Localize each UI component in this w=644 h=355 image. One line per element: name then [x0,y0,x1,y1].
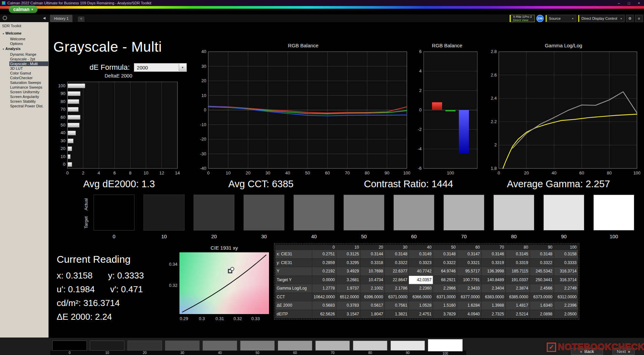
pattern-label: 70 [315,351,350,355]
cie-x-axis: 0.290.30.310.320.33 [179,316,269,321]
pattern-button-30[interactable] [165,341,200,351]
cell: 10.7698 [361,267,385,276]
sidebar-item-screen-uniformity[interactable]: Screen Uniformity [9,90,48,94]
cell: 10642.0000 [312,293,336,301]
sidebar-item-screen-angularity[interactable]: Screen Angularity [9,94,48,99]
svg-text:70: 70 [345,170,350,175]
cie-chart-title: CIE 1931 xy [179,245,269,252]
settings-button[interactable]: ⚙ [626,15,634,22]
table-row: Y0.21923.492910.769822.637740.774264.974… [275,267,578,276]
sidebar-item-spectral-power-dist[interactable]: Spectral Power Dist. [9,104,48,108]
sidebar-item-grayscale-multi[interactable]: Grayscale - Multi [9,61,48,66]
caret-down-icon: ▾ [617,17,622,20]
pattern-button-40[interactable] [203,341,237,351]
pattern-button-10[interactable] [90,341,124,351]
cell: 3.1547 [336,310,361,318]
svg-text:2: 2 [82,170,84,175]
sidebar-item-screen-stability[interactable]: Screen Stability [9,99,48,104]
column-header-0: 0 [312,245,336,250]
sidebar-item-grayscale-2pt[interactable]: Grayscale - 2pt [9,57,48,61]
cie-x-tick: 0.31 [215,316,224,321]
swatch-label: 90 [543,234,584,239]
pattern-label: 50 [240,351,275,355]
svg-text:40: 40 [285,170,290,175]
cie-plot-area [179,252,269,314]
target-label: Target [84,213,89,232]
gamma-chart-title: Gamma Log/Log [487,42,640,50]
grayscale-swatch-10: 10 [144,195,184,239]
cell: 1.4817 [505,301,530,310]
new-tab-button[interactable]: + [78,16,85,22]
sidebar-title: SDR Toolkit [0,22,48,31]
pattern-button-90[interactable] [390,341,425,351]
swatch-label: 40 [293,234,334,239]
title-bar: Calman 2022 Calman Ultimate for Business… [0,0,644,6]
grayscale-swatch-90: 90 [543,195,584,239]
pattern-buttons: 0102030405060708090100 [52,341,463,355]
cell: 0.3322 [433,258,457,267]
pattern-button-100[interactable] [428,339,463,351]
column-header-80: 80 [505,245,530,250]
close-button[interactable]: × [634,0,644,6]
pattern-button-80[interactable] [353,341,387,351]
sidebar-group-analysis[interactable]: ▾Analysis [1,46,48,52]
tree-expander-icon[interactable]: ▾ [1,32,5,36]
top-controls: X-Rite i1Pro 2 Direct View 239 Source ▾ … [509,15,643,22]
de-formula-value: 2000 [137,65,148,70]
cell: 136.3998 [481,267,505,276]
cell: 250.3441 [530,275,554,284]
back-button[interactable]: « Back [571,348,603,355]
pattern-button-20[interactable] [127,341,162,351]
table-row: y: CIE310.28590.32950.33180.33220.33230.… [275,258,578,267]
cell: 6373.0000 [530,293,554,301]
source-button[interactable]: Source ▾ [545,15,576,22]
tab-history-1[interactable]: History 1 [50,15,72,22]
swatch-color [593,195,634,231]
table-corner [275,245,312,250]
next-button[interactable]: Next » [612,348,635,355]
sidebar-item-colorchecker[interactable]: ColorChecker [9,75,48,80]
cell: 6371.0000 [433,293,457,301]
de-formula-dropdown[interactable]: 2000 ▾ [134,63,187,72]
pattern-cell-20: 20 [127,341,162,355]
calman-menu-button[interactable]: calman ▾ [9,6,38,13]
swatch-color [144,195,184,231]
pattern-button-70[interactable] [315,341,350,351]
maximize-button[interactable]: □ [624,0,634,6]
meter-button[interactable]: X-Rite i1Pro 2 Direct View [509,15,535,22]
app-icon [2,1,5,5]
swatch-label: 10 [144,234,184,239]
cell: 95.5717 [457,267,481,276]
row-label: Target Y [275,275,312,284]
row-label: CCT [275,293,312,301]
swatch-color [293,195,334,231]
cell: 185.7115 [505,267,530,276]
svg-text:8: 8 [129,170,131,175]
collapse-sidebar-icon[interactable]: ◀ [43,16,46,20]
sidebar-item-options[interactable]: Options [9,41,48,46]
sidebar-item-luminance-sweeps[interactable]: Luminance Sweeps [9,85,48,90]
sidebar-item-saturation-sweeps[interactable]: Saturation Sweeps [9,80,48,85]
display-control-button[interactable]: Direct Display Control ▾ [578,15,625,22]
sidebar-group-welcome[interactable]: ▾Welcome [1,31,48,37]
caret-down-icon: ▾ [32,8,33,11]
back-icon: « [580,349,582,354]
svg-text:-6: -6 [418,166,422,171]
cell: 2.1786 [385,284,409,293]
menu-button[interactable]: ≡ [635,15,643,22]
swatch-color [493,195,534,231]
session-icon[interactable] [3,16,7,20]
cell: 1.6284 [457,301,481,310]
cell: 0.5617 [361,301,385,310]
pattern-button-60[interactable] [278,341,312,351]
cell: 0.3144 [361,250,385,259]
sidebar-item-3d-lut[interactable]: 3D LUT [9,66,48,71]
sidebar-item-color-gamut[interactable]: Color Gamut [9,71,48,75]
tree-expander-icon[interactable]: ▾ [1,47,5,52]
pattern-button-50[interactable] [240,341,275,351]
pattern-button-0[interactable] [52,341,87,351]
minimize-button[interactable]: – [614,0,624,6]
sidebar-item-dynamic-range[interactable]: Dynamic Range [9,52,48,57]
sidebar-item-welcome[interactable]: Welcome [9,37,48,41]
grayscale-swatch-50: 50 [343,195,384,239]
